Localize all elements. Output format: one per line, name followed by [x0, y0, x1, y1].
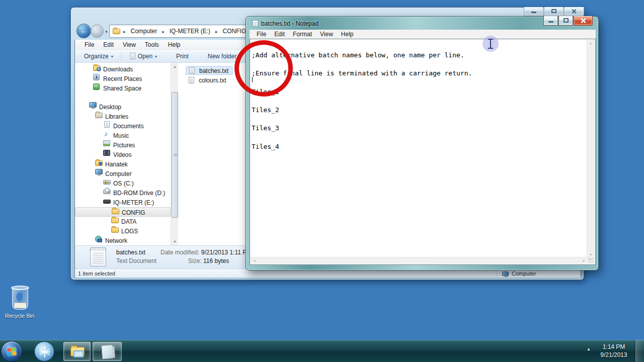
menu-format[interactable]: Format	[289, 30, 316, 39]
libraries-icon	[95, 113, 103, 118]
notepad-text-area[interactable]: ;Add alternative batch names below, one …	[251, 40, 588, 258]
recycle-bin[interactable]: Recycle Bin	[3, 284, 36, 324]
file-item-colours[interactable]: colours.txt	[186, 76, 233, 85]
open-label: Open	[138, 53, 152, 60]
sidebar-label: IQ-METER (E:)	[113, 199, 154, 206]
sidebar-item-bdrom-d[interactable]: BD-ROM Drive (D:)	[75, 188, 171, 198]
menu-file[interactable]: File	[80, 40, 99, 50]
back-button[interactable]: ←	[76, 24, 91, 38]
sidebar-item-iqmeter-e[interactable]: IQ-METER (E:)	[75, 198, 171, 207]
sidebar-item-os-c[interactable]: OS (C:)	[75, 178, 171, 188]
maximize-button[interactable]	[558, 16, 573, 26]
sidebar-item-pictures[interactable]: Pictures	[75, 140, 171, 150]
sidebar-label: Videos	[113, 151, 131, 158]
sidebar-item-data[interactable]: DATA	[75, 217, 171, 226]
sidebar-scrollbar[interactable]: ▲ ▼	[171, 63, 178, 245]
pictures-icon	[103, 140, 110, 146]
scroll-up-icon[interactable]: ▲	[587, 41, 595, 45]
scroll-up-icon[interactable]: ▲	[171, 63, 179, 70]
dropdown-arrow-icon: ▾	[111, 53, 113, 59]
breadcrumb-config[interactable]: CONFIG	[221, 26, 249, 36]
computer-icon	[502, 272, 509, 276]
forward-arrow-icon: →	[91, 27, 103, 34]
recent-pages-dropdown[interactable]: ▾	[105, 29, 108, 34]
start-button[interactable]	[1, 341, 22, 362]
sidebar-item-downloads[interactable]: Downloads	[75, 64, 171, 74]
vertical-scrollbar[interactable]: ▲ ▼	[587, 40, 595, 258]
recent-places-icon	[93, 74, 100, 80]
status-selection-count: 1 item selected	[78, 270, 115, 277]
maximize-button[interactable]	[544, 7, 564, 16]
sidebar-label: BD-ROM Drive (D:)	[113, 190, 165, 197]
file-item-batches[interactable]: batches.txt	[186, 66, 233, 75]
organize-button[interactable]: Organize ▾	[79, 51, 118, 62]
open-button[interactable]: Open ▾	[125, 51, 162, 62]
sidebar-label: Libraries	[105, 113, 128, 120]
minimize-button[interactable]	[524, 7, 543, 16]
bdrom-drive-icon	[103, 190, 111, 194]
text-line: Tiles_1	[252, 89, 588, 95]
breadcrumb-separator-icon: ▸	[162, 29, 165, 34]
sidebar-item-desktop[interactable]: Desktop	[75, 102, 171, 112]
sidebar-label: Desktop	[99, 104, 121, 111]
sidebar-item-libraries[interactable]: Libraries	[75, 112, 171, 121]
sidebar-item-network[interactable]: Network	[75, 236, 171, 245]
taskbar-notepad-button[interactable]	[93, 342, 122, 361]
sidebar-label: DATA	[121, 218, 136, 225]
music-icon	[103, 131, 111, 137]
sidebar-item-logs[interactable]: LOGS	[75, 226, 171, 236]
scrollbar-thumb[interactable]	[172, 92, 178, 218]
menu-file[interactable]: File	[253, 30, 270, 39]
documents-icon	[104, 121, 110, 128]
menu-tools[interactable]: Tools	[140, 40, 164, 50]
notepad-client: ;Add alternative batch names below, one …	[250, 39, 596, 265]
sidebar-item-recent-places[interactable]: Recent Places	[75, 74, 171, 83]
forward-button[interactable]: →	[91, 25, 104, 38]
show-hidden-icons-button[interactable]: ▲	[587, 347, 591, 351]
config-folder-icon	[112, 209, 119, 214]
videos-icon	[103, 150, 110, 156]
breadcrumb-drive[interactable]: IQ-METER (E:)	[168, 26, 212, 36]
explorer-folder-icon	[70, 347, 85, 356]
sidebar-label: Shared Space	[103, 85, 141, 92]
resize-grip[interactable]	[589, 258, 594, 263]
details-date-modified: Date modified: 9/21/2013 1:11 PM	[160, 249, 252, 256]
network-icon	[95, 236, 102, 242]
taskbar-clock[interactable]: 1:14 PM 9/21/2013	[595, 343, 632, 359]
taskbar-app-sphere-icon[interactable]	[34, 341, 54, 361]
scroll-down-icon[interactable]: ▼	[587, 253, 595, 256]
dropdown-arrow-icon: ▾	[155, 53, 157, 59]
sidebar-item-documents[interactable]: Documents	[75, 121, 171, 131]
sidebar-item-hanatek[interactable]: Hanatek	[75, 159, 171, 169]
selected-file-icon	[90, 247, 106, 266]
print-button[interactable]: Print	[171, 51, 194, 62]
menu-edit[interactable]: Edit	[99, 40, 118, 50]
menu-help[interactable]: Help	[337, 30, 358, 39]
scroll-right-icon[interactable]: ►	[582, 259, 586, 262]
menu-help[interactable]: Help	[164, 40, 185, 50]
sidebar-item-music[interactable]: Music	[75, 131, 171, 140]
show-desktop-button[interactable]	[635, 340, 644, 362]
menu-edit[interactable]: Edit	[270, 30, 289, 39]
notepad-titlebar-icon	[253, 20, 258, 27]
horizontal-scrollbar[interactable]: ◄ ►	[251, 257, 588, 264]
taskbar-explorer-button[interactable]	[63, 342, 91, 361]
menu-view[interactable]: View	[118, 40, 140, 50]
minimize-button[interactable]	[543, 16, 558, 26]
menu-view[interactable]: View	[316, 30, 337, 39]
sidebar-item-computer[interactable]: Computer	[75, 169, 171, 178]
scroll-down-icon[interactable]: ▼	[171, 238, 179, 245]
new-folder-label: New folder	[208, 53, 236, 60]
close-button[interactable]	[574, 16, 593, 26]
breadcrumb-computer[interactable]: Computer	[129, 26, 159, 36]
back-arrow-icon: ←	[77, 27, 91, 35]
clock-date: 9/21/2013	[595, 351, 632, 359]
sidebar-item-videos[interactable]: Videos	[75, 150, 171, 159]
text-line: Tiles_4	[252, 144, 588, 150]
text-line: Tiles_3	[252, 125, 588, 131]
close-button[interactable]	[564, 7, 584, 16]
file-name: colours.txt	[199, 77, 226, 84]
sidebar-item-config[interactable]: CONFIG	[75, 207, 171, 217]
sidebar-item-shared-space[interactable]: Shared Space	[75, 83, 171, 93]
scroll-left-icon[interactable]: ◄	[253, 259, 256, 262]
